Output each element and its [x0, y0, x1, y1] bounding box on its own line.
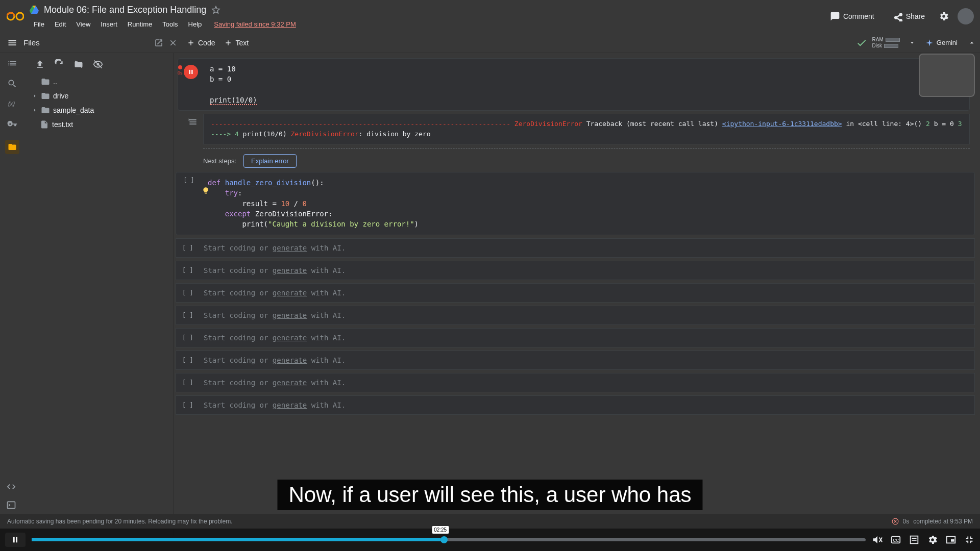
resource-indicator[interactable]: RAM Disk	[872, 37, 900, 48]
pause-button[interactable]	[5, 533, 26, 547]
fullscreen-icon[interactable]	[964, 534, 975, 545]
terminal-icon[interactable]	[6, 500, 16, 510]
menubar: File Edit View Insert Runtime Tools Help…	[30, 18, 300, 30]
check-icon	[856, 37, 867, 48]
empty-cell[interactable]: [ ] Start coding or generate with AI.	[176, 395, 975, 415]
progress-bar[interactable]: 02:25	[32, 538, 866, 541]
next-steps-bar: Next steps: Explain error	[203, 148, 970, 168]
files-title: Files	[23, 38, 40, 47]
variables-icon[interactable]: {x}	[7, 99, 17, 109]
svg-text:CC: CC	[893, 538, 899, 543]
svg-point-1	[16, 13, 23, 20]
sample-data-label: sample_data	[53, 106, 94, 114]
lightbulb-icon[interactable]	[202, 187, 210, 195]
folder-sample-data[interactable]: sample_data	[28, 103, 170, 117]
menu-insert[interactable]: Insert	[96, 18, 121, 30]
save-status[interactable]: Saving failed since 9:32 PM	[210, 18, 300, 30]
new-window-icon[interactable]	[154, 38, 163, 47]
webcam-overlay	[919, 54, 975, 97]
empty-cell[interactable]: [ ] Start coding or generate with AI.	[176, 306, 975, 325]
traceback-link[interactable]: <ipython-input-6-1c3311edadbb>	[722, 120, 842, 128]
output-toggle-icon[interactable]	[188, 117, 198, 127]
menu-view[interactable]: View	[72, 18, 94, 30]
svg-rect-8	[8, 502, 15, 508]
hide-icon[interactable]	[93, 59, 103, 69]
error-indicator: 0s	[178, 65, 183, 76]
completed-label: completed at 9:53 PM	[913, 518, 973, 525]
empty-cell[interactable]: [ ] Start coding or generate with AI.	[176, 373, 975, 392]
empty-cell[interactable]: [ ] Start coding or generate with AI.	[176, 328, 975, 347]
connect-dropdown[interactable]	[909, 40, 915, 46]
close-panel-icon[interactable]	[168, 38, 178, 47]
menu-file[interactable]: File	[30, 18, 48, 30]
file-test-txt[interactable]: test.txt	[28, 117, 170, 132]
generate-link[interactable]: generate	[273, 334, 307, 342]
search-icon[interactable]	[7, 79, 17, 89]
document-title[interactable]: Module 06: File and Exception Handling	[44, 5, 206, 15]
collapse-icon[interactable]	[968, 39, 976, 47]
generate-link[interactable]: generate	[273, 356, 307, 364]
star-icon[interactable]	[211, 6, 220, 15]
volume-icon[interactable]	[872, 534, 883, 545]
disk-label: Disk	[872, 43, 882, 48]
comment-button[interactable]: Comment	[825, 8, 879, 24]
account-avatar[interactable]	[958, 8, 974, 24]
code-cell-1[interactable]: a = 10 b = 0 print(10/0)	[178, 58, 970, 111]
parent-folder[interactable]: ..	[28, 74, 170, 89]
add-code-label: Code	[198, 39, 215, 47]
gemini-button[interactable]: Gemini	[920, 37, 963, 49]
empty-cell[interactable]: [ ] Start coding or generate with AI.	[176, 261, 975, 280]
files-icon[interactable]	[5, 140, 19, 154]
files-panel: .. drive sample_data test.txt	[24, 53, 174, 536]
menu-tools[interactable]: Tools	[158, 18, 182, 30]
runtime-label: 0s	[903, 518, 910, 525]
settings-icon[interactable]	[927, 534, 938, 545]
add-code-button[interactable]: Code	[187, 39, 215, 47]
parent-label: ..	[53, 78, 57, 86]
cell-output-1: ----------------------------------------…	[203, 114, 970, 144]
colab-logo	[6, 7, 24, 26]
folder-drive[interactable]: drive	[28, 89, 170, 103]
gemini-label: Gemini	[937, 39, 958, 46]
run-button[interactable]	[184, 65, 198, 79]
transcript-icon[interactable]	[909, 534, 920, 545]
explain-error-button[interactable]: Explain error	[243, 154, 297, 168]
captions-icon[interactable]: CC	[890, 534, 901, 545]
add-text-label: Text	[235, 39, 249, 47]
menu-icon[interactable]	[7, 38, 17, 48]
code-line-3: print(10/0)	[210, 96, 257, 105]
left-rail: {x}	[0, 53, 24, 536]
empty-cell[interactable]: [ ] Start coding or generate with AI.	[176, 283, 975, 303]
notebook-area: 0s a = 10 b = 0 print(10/0) ------------…	[174, 53, 980, 536]
menu-help[interactable]: Help	[184, 18, 206, 30]
generate-link[interactable]: generate	[273, 379, 307, 387]
upload-icon[interactable]	[35, 59, 45, 69]
ram-label: RAM	[872, 37, 884, 42]
svg-rect-7	[191, 70, 192, 74]
share-button[interactable]: Share	[888, 8, 930, 24]
empty-cell[interactable]: [ ] Start coding or generate with AI.	[176, 238, 975, 258]
video-player-bar: 02:25 CC	[0, 529, 980, 551]
toc-icon[interactable]	[7, 58, 17, 68]
pip-icon[interactable]	[945, 534, 957, 545]
footer-status: Automatic saving has been pending for 20…	[0, 514, 980, 529]
generate-link[interactable]: generate	[273, 289, 307, 297]
empty-cell[interactable]: [ ] Start coding or generate with AI.	[176, 350, 975, 370]
gear-icon[interactable]	[938, 11, 949, 22]
menu-runtime[interactable]: Runtime	[124, 18, 156, 30]
secrets-icon[interactable]	[7, 119, 17, 130]
add-text-button[interactable]: Text	[224, 39, 249, 47]
generate-link[interactable]: generate	[273, 266, 307, 274]
menu-edit[interactable]: Edit	[51, 18, 70, 30]
file-tree: .. drive sample_data test.txt	[24, 74, 173, 132]
generate-link[interactable]: generate	[273, 401, 307, 409]
code-line-2: b = 0	[210, 75, 231, 83]
svg-text:{x}: {x}	[8, 100, 15, 107]
generate-link[interactable]: generate	[273, 311, 307, 319]
video-caption: Now, if a user will see this, a user who…	[277, 480, 702, 510]
generate-link[interactable]: generate	[273, 244, 307, 252]
mount-drive-icon[interactable]	[74, 59, 84, 69]
code-snippet-icon[interactable]	[6, 482, 16, 492]
refresh-icon[interactable]	[54, 59, 64, 69]
code-cell-2[interactable]: [ ] def handle_zero_division(): try: res…	[176, 172, 975, 235]
